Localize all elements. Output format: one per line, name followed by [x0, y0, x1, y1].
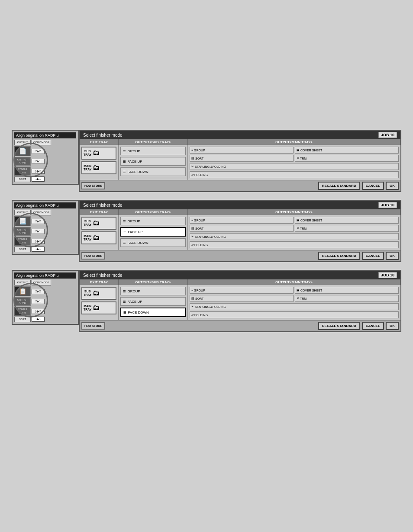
- main-tray-icon-2: 🗂: [93, 234, 100, 242]
- recall-standard-1[interactable]: RECALL STANDARD: [318, 182, 360, 190]
- cover-sheet-1[interactable]: ▣ COVER SHEET: [295, 147, 399, 154]
- face-down-sub-2[interactable]: ≡ FACE DOWN: [120, 238, 186, 247]
- sort-main-3[interactable]: ▤ SORT: [190, 295, 294, 302]
- folding-2[interactable]: ▱ FOLDING: [190, 241, 399, 248]
- face-up-label-3: FACE UP: [127, 300, 142, 304]
- face-down-sub-3[interactable]: ≡ FACE DOWN: [120, 308, 186, 317]
- stapling-folding-2[interactable]: ✂ STAPLING &FOLDING: [190, 233, 399, 240]
- cover-sheet-icon-2: ▣: [297, 218, 300, 222]
- sort-main-2[interactable]: ▤ SORT: [190, 225, 294, 232]
- face-down-label-2: FACE DOWN: [127, 241, 148, 245]
- main-row-3c: ✂ STAPLING &FOLDING: [190, 303, 399, 310]
- main-row-1c: ✂ STAPLING &FOLDING: [190, 163, 399, 170]
- stapling-folding-1[interactable]: ✂ STAPLING &FOLDING: [190, 163, 399, 170]
- main-tray-header-3: OUTPUT<MAIN TRAY>: [188, 279, 400, 285]
- seq-2a: 2▶2: [32, 219, 45, 224]
- main-row-2c: ✂ STAPLING &FOLDING: [190, 233, 399, 240]
- sub-tray-btn-2[interactable]: SUBTRAY 🗂: [81, 217, 116, 230]
- stapling-folding-3[interactable]: ✂ STAPLING &FOLDING: [190, 303, 399, 310]
- trm-label-2: TRM: [300, 227, 307, 230]
- output-icon-2[interactable]: 📃: [14, 216, 31, 226]
- sub-tray-btn-3[interactable]: SUBTRAY 🗂: [81, 287, 116, 300]
- folding-1[interactable]: ▱ FOLDING: [190, 171, 399, 178]
- group-main-3[interactable]: ≡ GROUP: [190, 287, 294, 294]
- stapling-label-1: STAPLING &FOLDING: [195, 165, 226, 168]
- hdd-store-3[interactable]: HDD STORE: [81, 322, 105, 330]
- ok-btn-3[interactable]: OK: [386, 322, 399, 330]
- output-appli-3[interactable]: OUTPUTAPPLI: [14, 297, 31, 306]
- group-sub-3[interactable]: ≡ GROUP: [120, 287, 186, 295]
- recall-standard-3[interactable]: RECALL STANDARD: [318, 322, 360, 330]
- cancel-btn-1[interactable]: CANCEL: [362, 182, 384, 190]
- group-main-label-1: GROUP: [194, 149, 205, 152]
- output-btn-3[interactable]: OUTPUT: [14, 280, 31, 285]
- main-tray-btn-3[interactable]: MAINTRAY 🗂: [81, 301, 116, 314]
- ok-btn-1[interactable]: OK: [386, 182, 399, 190]
- hdd-store-2[interactable]: HDD STORE: [81, 252, 105, 260]
- group-sub-2[interactable]: ≡ GROUP: [120, 217, 186, 225]
- sub-tray-col-1: ≡ GROUP ≡ FACE UP ≡ FACE DOWN: [119, 145, 188, 180]
- group-main-1[interactable]: ≡ GROUP: [190, 147, 294, 154]
- trm-3[interactable]: ✕ TRM: [295, 295, 399, 302]
- staple-sort-3[interactable]: STAPLESORT: [14, 307, 31, 315]
- cancel-btn-2[interactable]: CANCEL: [362, 252, 384, 260]
- main-row-3a: ≡ GROUP ▣ COVER SHEET: [190, 287, 399, 294]
- group-sub-icon-1: ≡: [123, 148, 126, 154]
- output-btn-1[interactable]: OUTPUT: [14, 140, 31, 145]
- group-sub-1[interactable]: ≡ GROUP: [120, 147, 186, 155]
- copymode-btn-3[interactable]: COPY MODE: [32, 280, 51, 285]
- main-tray-icon-3: 🗂: [93, 304, 100, 312]
- hdd-store-1[interactable]: HDD STORE: [81, 182, 105, 189]
- main-tray-btn-2[interactable]: MAINTRAY 🗂: [81, 231, 116, 244]
- output-appli-1[interactable]: OUTPUTAPPLI: [14, 157, 31, 166]
- cancel-btn-3[interactable]: CANCEL: [362, 322, 384, 330]
- staple-sort-1[interactable]: STAPLESORT: [14, 167, 31, 175]
- seq-3b: 2▶1: [32, 299, 45, 304]
- trm-2[interactable]: ✕ TRM: [295, 225, 399, 232]
- sort-main-1[interactable]: ▤ SORT: [190, 155, 294, 162]
- group-main-icon-1: ≡: [191, 149, 193, 152]
- output-icon-3[interactable]: 📋: [14, 286, 31, 296]
- sub-tray-icon-2: 🗂: [93, 219, 100, 227]
- copymode-btn-1[interactable]: COPY MODE: [32, 140, 51, 145]
- cover-sheet-label-2: COVER SHEET: [300, 219, 322, 222]
- sort-main-label-2: SORT: [195, 227, 203, 230]
- trm-1[interactable]: ✕ TRM: [295, 155, 399, 162]
- cover-sheet-3[interactable]: ▣ COVER SHEET: [295, 287, 399, 294]
- face-up-sub-3[interactable]: ≡ FACE UP: [120, 297, 186, 306]
- recall-standard-2[interactable]: RECALL STANDARD: [318, 252, 360, 260]
- sort-2[interactable]: SORT: [14, 247, 31, 252]
- face-down-sub-1[interactable]: ≡ FACE DOWN: [120, 167, 186, 176]
- cover-sheet-icon-3: ▣: [297, 288, 300, 292]
- output-icon-1[interactable]: 📄: [14, 146, 31, 156]
- stapling-icon-2: ✂: [191, 235, 194, 238]
- staple-sort-2[interactable]: STAPLESORT: [14, 237, 31, 245]
- stapling-icon-3: ✂: [191, 305, 194, 308]
- cover-sheet-2[interactable]: ▣ COVER SHEET: [295, 217, 399, 224]
- sort-1[interactable]: SORT: [14, 176, 31, 182]
- output-appli-2[interactable]: OUTPUTAPPLI: [14, 227, 31, 236]
- exit-tray-header-1: EXIT TRAY: [80, 139, 119, 145]
- main-tray-label-3: MAINTRAY: [84, 304, 91, 312]
- seq-2d: 1▶1: [32, 247, 45, 252]
- folding-3[interactable]: ▱ FOLDING: [190, 311, 399, 318]
- main-tray-header-1: OUTPUT<MAIN TRAY>: [188, 139, 400, 145]
- cover-sheet-label-1: COVER SHEET: [300, 149, 322, 152]
- group-main-icon-3: ≡: [191, 289, 193, 292]
- output-btn-2[interactable]: OUTPUT: [14, 210, 31, 215]
- face-up-sub-2[interactable]: ≡ FACE UP: [120, 227, 186, 237]
- group-sub-label-1: GROUP: [127, 149, 140, 153]
- sub-tray-label-1: SUBTRAY: [84, 150, 91, 157]
- sub-tray-icon-1: 🗂: [93, 149, 100, 157]
- sort-main-icon-1: ▤: [191, 157, 194, 160]
- group-main-2[interactable]: ≡ GROUP: [190, 217, 294, 224]
- sub-tray-header-1: OUTPUT<SUB TRAY>: [119, 139, 188, 145]
- ok-btn-2[interactable]: OK: [386, 252, 399, 260]
- face-up-sub-1[interactable]: ≡ FACE UP: [120, 157, 186, 166]
- main-tray-btn-1[interactable]: MAINTRAY 🗂: [81, 161, 116, 174]
- copymode-btn-2[interactable]: COPY MODE: [32, 210, 51, 215]
- panel-row-2: Align original on RADF u OUTPUT COPY MOD…: [12, 200, 401, 262]
- sub-tray-btn-1[interactable]: SUBTRAY 🗂: [81, 147, 116, 160]
- sort-3[interactable]: SORT: [14, 317, 31, 322]
- face-down-icon-1: ≡: [123, 169, 126, 174]
